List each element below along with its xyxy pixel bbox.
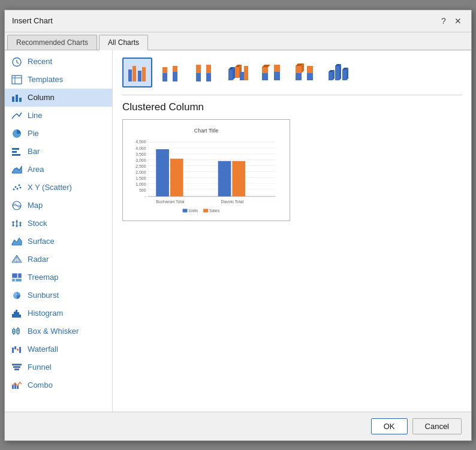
svg-rect-5 bbox=[19, 98, 22, 102]
svg-text:Sales: Sales bbox=[209, 209, 220, 213]
sidebar-item-line[interactable]: Line bbox=[5, 107, 112, 125]
chart-type-btn-3d-stacked[interactable] bbox=[257, 58, 287, 87]
svg-rect-125 bbox=[183, 209, 188, 212]
sidebar-item-stock[interactable]: Stock bbox=[5, 215, 112, 232]
sidebar-item-map-label: Map bbox=[28, 201, 43, 210]
svg-rect-38 bbox=[17, 312, 19, 318]
svg-rect-122 bbox=[232, 161, 245, 196]
chart-type-btn-3d-col[interactable] bbox=[324, 58, 354, 87]
sidebar-item-radar[interactable]: Radar bbox=[5, 250, 112, 268]
stock-icon bbox=[11, 218, 23, 229]
svg-text:1,500: 1,500 bbox=[135, 176, 146, 180]
cancel-button[interactable]: Cancel bbox=[412, 418, 462, 434]
svg-marker-80 bbox=[262, 65, 270, 67]
svg-text:Davolo Total: Davolo Total bbox=[221, 199, 243, 203]
tab-all-charts[interactable]: All Charts bbox=[99, 35, 148, 50]
sidebar-item-line-label: Line bbox=[28, 111, 43, 120]
sidebar-item-area[interactable]: Area bbox=[5, 161, 112, 179]
chart-type-btn-100pct-col[interactable] bbox=[189, 58, 219, 87]
svg-text:Buchanan Total: Buchanan Total bbox=[156, 199, 185, 203]
chart-type-btn-clustered-col[interactable] bbox=[122, 58, 152, 87]
ok-button[interactable]: OK bbox=[371, 418, 408, 434]
dialog-title: Insert Chart bbox=[12, 16, 53, 25]
chart-type-btn-3d-clustered[interactable] bbox=[223, 58, 253, 87]
sidebar-item-histogram[interactable]: Histogram bbox=[5, 304, 112, 322]
sidebar-item-column[interactable]: Column bbox=[5, 89, 112, 107]
sidebar-item-pie[interactable]: Pie bbox=[5, 125, 112, 143]
svg-rect-78 bbox=[262, 73, 268, 80]
svg-rect-73 bbox=[235, 67, 239, 78]
svg-rect-31 bbox=[18, 273, 22, 278]
sidebar-item-recent-label: Recent bbox=[28, 57, 52, 66]
chart-icons-divider bbox=[122, 95, 462, 95]
sidebar-item-surface-label: Surface bbox=[28, 237, 55, 246]
svg-point-13 bbox=[20, 186, 22, 188]
svg-rect-64 bbox=[173, 72, 177, 81]
radar-icon bbox=[11, 254, 23, 265]
svg-text:3,000: 3,000 bbox=[135, 158, 146, 162]
histogram-icon bbox=[11, 308, 23, 319]
combo-icon bbox=[11, 380, 23, 391]
svg-rect-58 bbox=[128, 70, 132, 81]
sidebar-item-recent[interactable]: Recent bbox=[5, 53, 112, 71]
sidebar-item-templates[interactable]: Templates bbox=[5, 71, 112, 89]
sidebar-item-area-label: Area bbox=[28, 165, 44, 174]
area-icon bbox=[11, 164, 23, 175]
sidebar-item-scatter[interactable]: X Y (Scatter) bbox=[5, 179, 112, 197]
sidebar-item-waterfall[interactable]: Waterfall bbox=[5, 340, 112, 358]
sidebar: Recent Templates bbox=[5, 50, 113, 412]
svg-text:4,000: 4,000 bbox=[135, 146, 146, 150]
svg-rect-81 bbox=[274, 72, 280, 80]
svg-rect-48 bbox=[12, 348, 14, 353]
sidebar-item-bar[interactable]: Bar bbox=[5, 143, 112, 161]
svg-rect-65 bbox=[173, 66, 177, 72]
svg-rect-121 bbox=[218, 161, 231, 196]
main-panel: Clustered Column Chart Title 4,500 4,000… bbox=[113, 50, 471, 412]
svg-text:Units: Units bbox=[188, 209, 198, 213]
svg-rect-83 bbox=[296, 73, 302, 80]
surface-icon bbox=[11, 236, 23, 247]
sidebar-item-bar-label: Bar bbox=[28, 147, 40, 156]
sidebar-item-funnel-label: Funnel bbox=[28, 363, 52, 372]
sidebar-item-sunburst[interactable]: Sunburst bbox=[5, 286, 112, 304]
svg-rect-54 bbox=[14, 369, 19, 370]
content-area: Recent Templates bbox=[5, 50, 471, 412]
line-icon bbox=[11, 110, 23, 121]
column-icon bbox=[11, 92, 23, 103]
chart-type-btn-stacked-col[interactable] bbox=[156, 58, 186, 87]
sidebar-item-funnel[interactable]: Funnel bbox=[5, 358, 112, 376]
funnel-icon bbox=[11, 362, 23, 373]
close-button[interactable]: ✕ bbox=[452, 15, 464, 27]
sidebar-item-combo[interactable]: Combo bbox=[5, 376, 112, 394]
sidebar-item-treemap-label: Treemap bbox=[28, 273, 59, 282]
svg-rect-33 bbox=[16, 279, 22, 282]
svg-rect-63 bbox=[162, 67, 167, 73]
svg-rect-39 bbox=[19, 315, 21, 318]
treemap-icon bbox=[11, 272, 23, 283]
svg-rect-61 bbox=[142, 67, 146, 81]
chart-type-btn-3d-100pct[interactable] bbox=[290, 58, 320, 87]
svg-rect-67 bbox=[196, 65, 201, 73]
insert-chart-dialog: Insert Chart ? ✕ Recommended Charts All … bbox=[4, 10, 472, 441]
svg-rect-6 bbox=[12, 148, 19, 150]
svg-rect-120 bbox=[170, 158, 183, 196]
sidebar-item-surface[interactable]: Surface bbox=[5, 232, 112, 250]
svg-rect-60 bbox=[138, 71, 141, 81]
svg-rect-127 bbox=[203, 209, 208, 212]
chart-type-icons-row bbox=[122, 58, 462, 87]
title-bar-controls: ? ✕ bbox=[438, 15, 464, 27]
sidebar-item-treemap[interactable]: Treemap bbox=[5, 268, 112, 286]
svg-text:2,500: 2,500 bbox=[135, 164, 146, 168]
svg-point-9 bbox=[13, 188, 15, 190]
svg-text:500: 500 bbox=[139, 188, 146, 192]
sidebar-item-box-whisker[interactable]: Box & Whisker bbox=[5, 322, 112, 340]
tab-recommended[interactable]: Recommended Charts bbox=[7, 35, 97, 50]
svg-rect-89 bbox=[329, 72, 333, 80]
svg-rect-92 bbox=[335, 66, 339, 80]
svg-rect-88 bbox=[307, 66, 313, 73]
svg-point-10 bbox=[15, 186, 17, 188]
sidebar-item-histogram-label: Histogram bbox=[28, 309, 63, 318]
help-button[interactable]: ? bbox=[438, 15, 450, 27]
svg-rect-59 bbox=[132, 66, 136, 81]
sidebar-item-map[interactable]: Map bbox=[5, 197, 112, 215]
